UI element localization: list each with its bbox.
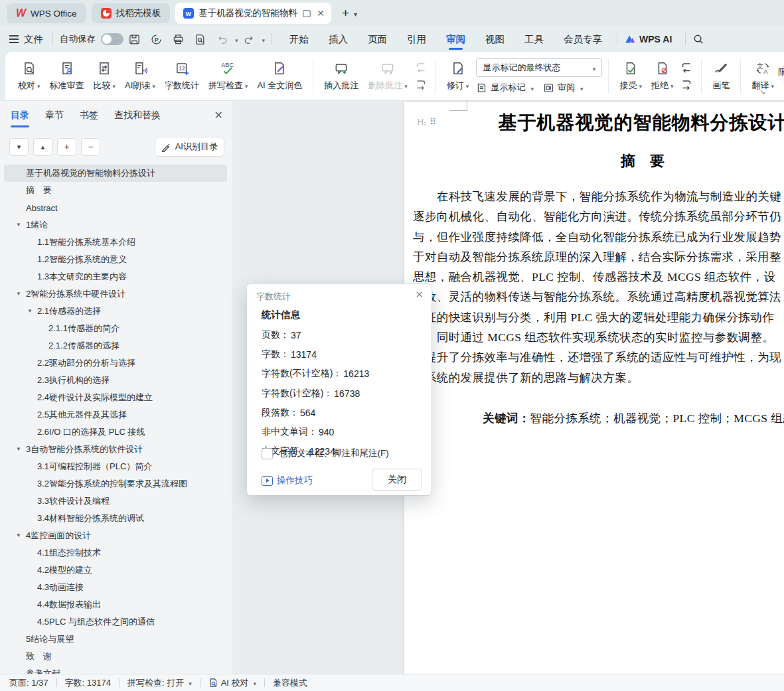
menu-tab[interactable]: 页面	[368, 28, 387, 51]
toc-item[interactable]: ▼ 1.3本文研究的主要内容	[4, 268, 227, 285]
menu-tab[interactable]: 工具	[524, 28, 544, 51]
ai-recognize-toc-button[interactable]: AI识别目录	[155, 137, 224, 157]
new-tab-icon[interactable]: +	[342, 6, 349, 21]
pane-close-icon[interactable]: ✕	[214, 109, 223, 121]
toc-item[interactable]: ▼ 1.2智能分拣系统的意义	[4, 251, 227, 268]
toc-item[interactable]: ▼ 致 谢	[4, 648, 227, 665]
navigation-tab[interactable]: 查找和替换	[114, 110, 161, 127]
toc-item[interactable]: ▼ 2.1.2传感器的选择	[4, 337, 227, 354]
hamburger-icon[interactable]	[9, 38, 19, 40]
toc-item[interactable]: ▼ 3.1可编程控制器（PLC）简介	[4, 458, 227, 475]
menu-tab[interactable]: 审阅	[446, 28, 465, 51]
toc-item[interactable]: ▼ 2.1传感器的选择	[4, 303, 227, 320]
review-pane-button[interactable]: 审阅	[543, 82, 584, 94]
toc-item[interactable]: ▼ 基于机器视觉的智能物料分拣设计	[4, 165, 227, 182]
undo-chevron-icon[interactable]	[233, 34, 238, 44]
tab-template-store[interactable]: 找稻壳模板	[92, 3, 171, 23]
menu-tab[interactable]: 开始	[289, 28, 309, 51]
ai-polish-button[interactable]: AI 全文润色	[252, 58, 307, 94]
tab-list-chevron-icon[interactable]	[352, 7, 357, 19]
toc-item[interactable]: ▼ 2.3执行机构的选择	[4, 372, 227, 389]
toc-item[interactable]: ▼ 4监控画面的设计	[4, 527, 227, 544]
include-footnotes-option[interactable]: 包括文本框、脚注和尾注(F)	[262, 447, 389, 459]
tab-close-icon[interactable]: ✕	[317, 8, 325, 19]
toc-item[interactable]: ▼ 3.3软件设计及编程	[4, 493, 227, 510]
spell-check-status[interactable]: 拼写检查: 打开	[127, 677, 192, 689]
menu-tab[interactable]: 会员专享	[564, 28, 602, 51]
previous-comment-icon[interactable]	[415, 62, 427, 73]
menu-tab[interactable]: 插入	[329, 28, 348, 51]
toc-item[interactable]: ▼ 2.2驱动部分的分析与选择	[4, 354, 227, 372]
autosave-toggle[interactable]	[101, 33, 123, 45]
toc-expand-arrow-icon[interactable]: ▼	[16, 222, 26, 228]
print-preview-icon[interactable]	[194, 33, 206, 46]
collapse-all-button[interactable]: ▾	[9, 138, 29, 156]
expand-all-button[interactable]: ▴	[33, 138, 52, 156]
tips-link[interactable]: 操作技巧	[262, 475, 313, 487]
dialog-close-icon[interactable]: ✕	[415, 289, 424, 301]
toc-item[interactable]: ▼ 2.4硬件设计及实际模型的建立	[4, 389, 227, 406]
toc-item[interactable]: ▼ 4.5PLC 与组态软件之间的通信	[4, 613, 227, 631]
tab-wps-home[interactable]: W WPS Office	[7, 3, 86, 23]
tab-document-active[interactable]: W 基于机器视觉的智能物料分拣 ✕	[175, 3, 331, 24]
compare-button[interactable]: 比较	[89, 58, 121, 94]
redo-icon[interactable]	[243, 33, 256, 46]
proofread-button[interactable]: 校对	[13, 58, 45, 94]
navigation-tab[interactable]: 目录	[11, 110, 29, 127]
next-change-icon[interactable]	[680, 80, 692, 90]
save-icon[interactable]	[128, 33, 141, 46]
navigation-tab[interactable]: 章节	[45, 110, 64, 127]
more-commands-chevron-icon[interactable]	[260, 34, 266, 44]
toc-expand-arrow-icon[interactable]: ▼	[16, 532, 26, 538]
toc-item[interactable]: ▼ 4.2模型的建立	[4, 562, 227, 579]
navigation-tab[interactable]: 书签	[80, 110, 98, 127]
search-icon[interactable]	[692, 33, 704, 45]
toc-item[interactable]: ▼ 2.1.1传感器的简介	[4, 320, 227, 337]
ribbon-expand-icon[interactable]: ↘	[759, 88, 765, 96]
undo-icon[interactable]	[216, 33, 228, 46]
print-icon[interactable]	[172, 33, 185, 46]
restrict-edit-button-clipped[interactable]: 限制编辑	[778, 66, 784, 78]
toc-item[interactable]: ▼ 3自动智能分拣系统的软件设计	[4, 441, 227, 458]
show-markup-button[interactable]: 显示标记	[476, 82, 534, 94]
toc-item[interactable]: ▼ Abstract	[4, 199, 227, 216]
word-count-indicator[interactable]: 字数: 13174	[65, 677, 111, 689]
delete-comment-button[interactable]: 删除批注	[363, 58, 412, 94]
ai-proofread-status[interactable]: AI 校对	[208, 677, 256, 689]
menu-tab[interactable]: 引用	[407, 28, 426, 51]
standard-review-button[interactable]: 标准审查	[45, 58, 89, 94]
next-comment-icon[interactable]	[415, 80, 427, 90]
wps-ai-menu[interactable]: WPS AI	[624, 33, 672, 45]
spell-check-button[interactable]: ABC 拼写检查	[204, 58, 253, 94]
toc-item[interactable]: ▼ 5结论与展望	[4, 631, 227, 648]
toc-item[interactable]: ▼ 2.6I/O 口的选择及 PLC 接线	[4, 423, 227, 441]
previous-change-icon[interactable]	[680, 62, 692, 73]
page-indicator[interactable]: 页面: 1/37	[9, 677, 48, 689]
toc-item[interactable]: ▼ 3.2智能分拣系统的控制要求及其流程图	[4, 475, 227, 493]
toc-item[interactable]: ▼ 4.3动画连接	[4, 579, 227, 596]
insert-comment-button[interactable]: 插入批注	[319, 58, 363, 94]
close-dialog-button[interactable]: 关闭	[372, 469, 422, 491]
toc-item[interactable]: ▼ 参考文献	[4, 665, 227, 674]
track-changes-button[interactable]: 修订	[442, 58, 474, 94]
document-page[interactable]: H₁ ⠿ 基于机器视觉的智能物料分拣设计 摘 要 在科技飞速发展的背景下，智能分…	[404, 102, 784, 674]
tab-preview-icon[interactable]	[303, 10, 311, 17]
menu-file[interactable]: 文件	[24, 33, 43, 46]
toc-item[interactable]: ▼ 2.5其他元器件及其选择	[4, 406, 227, 423]
export-pdf-icon[interactable]: P	[150, 33, 163, 46]
toc-item[interactable]: ▼ 2智能分拣系统中硬件设计	[4, 285, 227, 303]
toc-expand-arrow-icon[interactable]: ▼	[27, 308, 37, 314]
checkbox-unchecked[interactable]	[262, 448, 273, 459]
toc-item[interactable]: ▼ 1.1智能分拣系统基本介绍	[4, 234, 227, 251]
toc-item[interactable]: ▼ 4.1组态控制技术	[4, 544, 227, 562]
reject-button[interactable]: 拒绝	[647, 58, 678, 94]
toc-item[interactable]: ▼ 摘 要	[4, 182, 227, 199]
ink-brush-button[interactable]: 画笔	[708, 58, 734, 94]
toc-item[interactable]: ▼ 1绪论	[4, 216, 227, 234]
accept-button[interactable]: 接受	[615, 58, 647, 94]
toc-expand-arrow-icon[interactable]: ▼	[16, 446, 26, 452]
markup-state-select[interactable]: 显示标记的最终状态	[476, 58, 602, 77]
menu-tab[interactable]: 视图	[485, 28, 505, 51]
word-count-button[interactable]: 12 字数统计	[160, 58, 204, 94]
compatibility-mode-indicator[interactable]: 兼容模式	[273, 677, 307, 689]
